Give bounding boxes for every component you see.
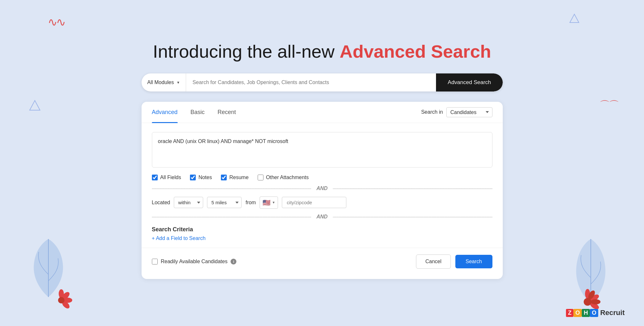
readily-available-checkbox[interactable]: Readily Available Candidates i	[152, 259, 237, 264]
tab-advanced[interactable]: Advanced	[152, 102, 178, 123]
and-divider-2: AND	[152, 214, 492, 220]
located-row: Located within outside 5 miles 10 miles …	[152, 197, 492, 209]
flag-icon: 🇺🇸	[263, 199, 271, 206]
cancel-button[interactable]: Cancel	[416, 254, 451, 269]
located-label: Located	[152, 200, 170, 206]
and-label-2: AND	[311, 214, 333, 220]
checkbox-all-fields[interactable]: All Fields	[152, 175, 181, 180]
readily-available-label: Readily Available Candidates	[161, 259, 228, 264]
deco-triangle-right	[569, 14, 580, 24]
search-in-row: Search in Candidates Job Openings Client…	[421, 107, 492, 117]
card-body: oracle AND (unix OR linux) AND manage* N…	[142, 123, 503, 241]
tab-recent[interactable]: Recent	[218, 102, 236, 123]
checkboxes-row: All Fields Notes Resume Other Attachment…	[152, 175, 492, 184]
zoho-logo: Z O H O	[566, 309, 598, 317]
svg-point-4	[63, 298, 72, 303]
criteria-title: Search Criteria	[152, 226, 492, 233]
zoho-z: Z	[566, 309, 573, 317]
search-bar: All Modules ▼ Advanced Search	[142, 73, 503, 91]
main-card: Advanced Basic Recent Search in Candidat…	[142, 102, 503, 279]
bottom-row: Readily Available Candidates i Cancel Se…	[142, 254, 503, 269]
modules-label: All Modules	[147, 80, 174, 85]
svg-point-12	[584, 298, 591, 306]
zoho-o1: O	[573, 309, 582, 317]
modules-dropdown[interactable]: All Modules ▼	[142, 73, 186, 91]
recruit-label: Recruit	[600, 309, 625, 317]
checkbox-notes[interactable]: Notes	[190, 175, 212, 180]
bottom-buttons: Cancel Search	[416, 254, 492, 269]
checkbox-other-attachments[interactable]: Other Attachments	[258, 175, 309, 180]
section-divider	[142, 248, 503, 248]
search-input[interactable]	[186, 73, 436, 91]
svg-marker-0	[570, 14, 579, 23]
flag-chevron-icon: ▼	[272, 201, 275, 204]
page-wrapper: Introducing the all-new Advanced Search …	[0, 28, 644, 298]
advanced-search-button[interactable]: Advanced Search	[436, 73, 502, 91]
zoho-o2: O	[590, 309, 598, 317]
distance-select[interactable]: 5 miles 10 miles 25 miles 50 miles 100 m…	[207, 197, 242, 208]
logo-wrapper: Z O H O Recruit	[566, 309, 625, 317]
title-prefix: Introducing the all-new	[153, 41, 340, 62]
search-in-label: Search in	[421, 109, 443, 115]
page-title: Introducing the all-new Advanced Search	[153, 41, 491, 62]
query-textarea[interactable]: oracle AND (unix OR linux) AND manage* N…	[152, 132, 492, 168]
modules-chevron-icon: ▼	[176, 81, 180, 84]
country-select[interactable]: 🇺🇸 ▼	[260, 197, 278, 209]
from-label: from	[245, 200, 256, 206]
city-zipcode-input[interactable]	[282, 197, 346, 208]
tab-basic[interactable]: Basic	[191, 102, 205, 123]
zoho-h: H	[582, 309, 590, 317]
within-select[interactable]: within outside	[174, 197, 203, 208]
deco-tilde: ∿∿	[48, 15, 64, 29]
info-icon[interactable]: i	[231, 259, 236, 264]
and-divider-1: AND	[152, 186, 492, 191]
criteria-section: Search Criteria + Add a Field to Search	[152, 222, 492, 241]
svg-point-5	[61, 300, 71, 310]
add-field-link[interactable]: + Add a Field to Search	[152, 235, 206, 241]
checkbox-resume[interactable]: Resume	[221, 175, 249, 180]
and-label-1: AND	[311, 186, 333, 191]
search-in-select[interactable]: Candidates Job Openings Clients Contacts	[446, 107, 492, 117]
search-button[interactable]: Search	[455, 255, 492, 268]
svg-point-11	[591, 299, 600, 304]
title-highlight: Advanced Search	[340, 41, 491, 62]
tabs-row: Advanced Basic Recent Search in Candidat…	[142, 102, 503, 123]
